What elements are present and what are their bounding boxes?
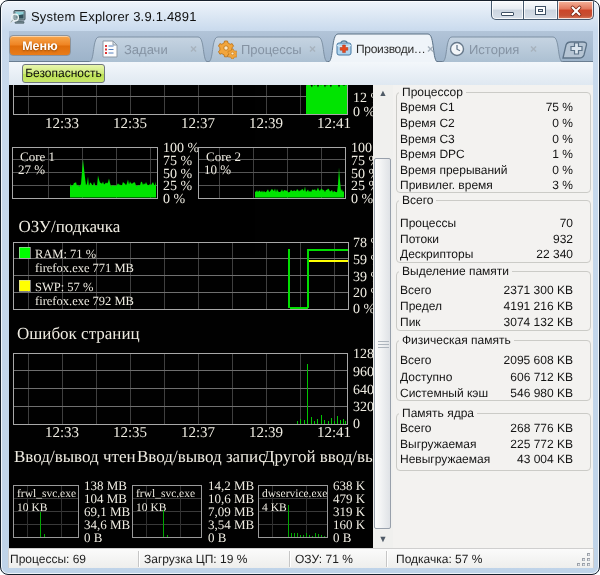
svg-text:0: 0 bbox=[353, 417, 360, 432]
svg-text:12 %: 12 % bbox=[353, 91, 373, 106]
svg-text:Ввод/вывод чтен: Ввод/вывод чтен bbox=[14, 447, 136, 466]
svg-text:4 KB: 4 KB bbox=[262, 502, 287, 514]
svg-text:ОЗУ/подкачка: ОЗУ/подкачка bbox=[19, 217, 121, 236]
svg-text:frwl_svc.exe: frwl_svc.exe bbox=[136, 488, 195, 500]
svg-text:0 %: 0 % bbox=[163, 192, 186, 207]
svg-text:10 KB: 10 KB bbox=[17, 502, 48, 514]
svg-text:0 В: 0 В bbox=[333, 530, 352, 545]
svg-text:20 %: 20 % bbox=[353, 286, 373, 301]
svg-text:Ввод/вывод запис: Ввод/вывод запис bbox=[137, 447, 266, 466]
svg-text:0 %: 0 % bbox=[351, 192, 373, 207]
svg-text:12:35: 12:35 bbox=[113, 116, 147, 132]
svg-text:12:39: 12:39 bbox=[249, 116, 283, 132]
svg-text:27 %: 27 % bbox=[18, 162, 45, 177]
svg-text:12:33: 12:33 bbox=[45, 425, 79, 441]
svg-text:dwservice.exe: dwservice.exe bbox=[262, 488, 327, 500]
svg-text:10 KB: 10 KB bbox=[136, 502, 167, 514]
svg-text:320: 320 bbox=[353, 400, 373, 415]
svg-text:RAM: 71 %: RAM: 71 % bbox=[35, 247, 96, 261]
svg-text:59 %: 59 % bbox=[353, 253, 373, 268]
svg-text:firefox.exe 771 MB: firefox.exe 771 MB bbox=[35, 261, 134, 275]
svg-text:39 %: 39 % bbox=[353, 270, 373, 285]
svg-text:78 %: 78 % bbox=[353, 236, 373, 251]
svg-text:12:33: 12:33 bbox=[45, 116, 79, 132]
svg-text:frwl_svc.exe: frwl_svc.exe bbox=[17, 488, 76, 500]
svg-text:12:41: 12:41 bbox=[317, 116, 351, 132]
svg-text:Другой ввод/выв: Другой ввод/выв bbox=[263, 447, 373, 466]
svg-text:0 В: 0 В bbox=[84, 530, 103, 545]
svg-text:0 %: 0 % bbox=[353, 302, 373, 317]
svg-text:Ошибок страниц: Ошибок страниц bbox=[17, 324, 140, 343]
svg-text:960: 960 bbox=[353, 365, 373, 380]
svg-text:10 %: 10 % bbox=[204, 162, 231, 177]
svg-text:0 В: 0 В bbox=[208, 530, 227, 545]
svg-text:12:39: 12:39 bbox=[249, 425, 283, 441]
svg-text:1280: 1280 bbox=[353, 347, 373, 362]
svg-text:SWP: 57 %: SWP: 57 % bbox=[35, 280, 93, 294]
svg-text:firefox.exe 792 MB: firefox.exe 792 MB bbox=[35, 294, 134, 308]
svg-text:12:37: 12:37 bbox=[181, 425, 216, 441]
svg-text:12:41: 12:41 bbox=[317, 425, 351, 441]
svg-text:640: 640 bbox=[353, 383, 373, 398]
svg-text:0 %: 0 % bbox=[353, 105, 373, 120]
svg-text:12:37: 12:37 bbox=[181, 116, 216, 132]
svg-text:12:35: 12:35 bbox=[113, 425, 147, 441]
